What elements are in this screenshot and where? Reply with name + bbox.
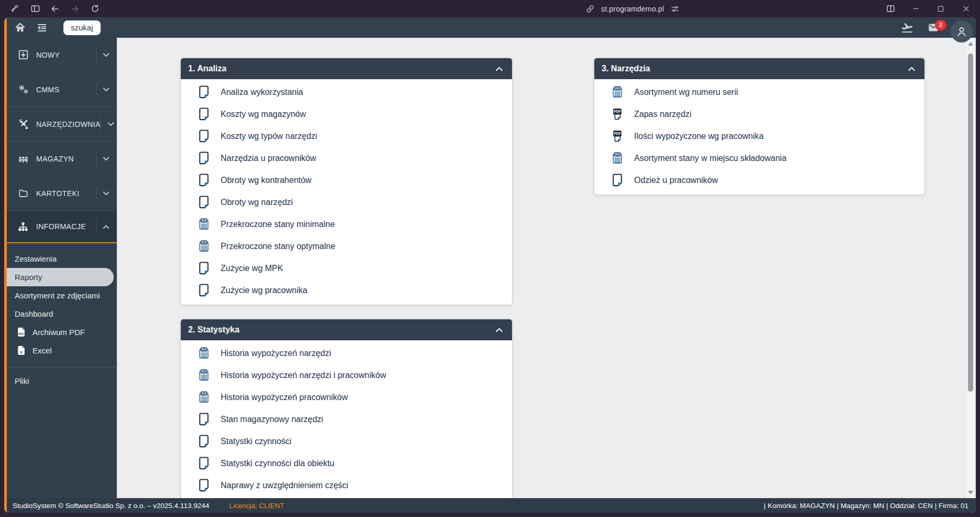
report-item[interactable]: XLSHistoria wypożyczeń narzędzi i pracow… <box>181 364 512 386</box>
report-item[interactable]: Koszty wg magazynów <box>181 103 512 125</box>
report-item-label: Zużycie wg pracownika <box>221 286 307 295</box>
report-item[interactable]: Stan magazynowy narzędzi <box>181 408 512 430</box>
report-item[interactable]: XLSPrzekroczone stany optymalne <box>181 235 512 257</box>
chevron-up-icon[interactable] <box>907 64 916 73</box>
report-item[interactable]: XLSHistoria wypożyczeń pracowników <box>181 386 512 408</box>
sidebar-item-nowy[interactable]: NOWY <box>7 38 117 72</box>
panel-title: 1. Analiza <box>188 64 495 73</box>
sidebar-item-cmms[interactable]: CMMS <box>7 72 117 107</box>
report-item[interactable]: Narzędzia u pracowników <box>181 147 512 169</box>
chevron-down-icon[interactable] <box>96 82 112 97</box>
back-icon[interactable] <box>47 2 63 16</box>
report-item[interactable]: XLSAsortyment stany w miejscu składowani… <box>594 147 924 169</box>
reload-icon[interactable] <box>87 2 103 16</box>
chevron-down-icon[interactable] <box>101 116 116 132</box>
scroll-up-arrow[interactable] <box>967 40 974 47</box>
report-item[interactable]: Statystki czynności dla obiektu <box>181 453 512 475</box>
url-bar[interactable]: st.programdemo.pl <box>585 4 680 14</box>
chevron-up-icon[interactable] <box>495 64 504 73</box>
doc-icon <box>195 262 212 275</box>
report-item[interactable]: Odzież u pracowników <box>594 169 924 191</box>
doc-icon <box>195 196 212 209</box>
sidebar-item-narz-dziownia[interactable]: NARZĘDZIOWNIA <box>7 107 117 142</box>
sliders-icon[interactable] <box>670 4 680 14</box>
report-item[interactable]: Analiza wykorzystania <box>181 81 512 103</box>
panel-narzedzia-header[interactable]: 3. Narzędzia <box>594 58 924 79</box>
report-item[interactable]: Obroty wg narzędzi <box>181 191 512 213</box>
panel-statystyka-header[interactable]: 2. Statystyka <box>181 319 512 340</box>
browser-logo-icon[interactable] <box>7 2 23 16</box>
submenu-item-archiwum-pdf[interactable]: PDFArchiwum PDF <box>7 323 117 341</box>
link-icon <box>585 4 595 14</box>
submenu-item-asortyment-ze-zdjęciami[interactable]: Asortyment ze zdjęciami <box>7 286 117 305</box>
panel-title: 2. Statystyka <box>188 325 495 335</box>
app-window: szukaj 8 NOWYCMMSNARZĘDZIOWNIAMAGAZYNKAR… <box>4 17 976 513</box>
close-icon[interactable] <box>959 3 973 15</box>
chevron-down-icon[interactable] <box>96 151 112 166</box>
chevron-up-icon[interactable] <box>96 219 112 234</box>
report-item-label: Koszty wg magazynów <box>221 110 306 119</box>
doc-icon <box>195 85 212 99</box>
submenu-item-label: Raporty <box>15 273 42 282</box>
submenu-item-label: Zestawienia <box>15 254 57 263</box>
panel-title: 3. Narzędzia <box>602 64 907 73</box>
sidebar-item-kartoteki[interactable]: KARTOTEKI <box>7 176 117 211</box>
report-item[interactable]: Zużycie wg pracownika <box>181 279 512 301</box>
flight-icon[interactable] <box>898 19 916 36</box>
submenu-item-label: Asortyment ze zdjęciami <box>15 291 100 300</box>
sitemap-icon <box>14 221 32 232</box>
menu-collapse-button[interactable] <box>33 19 51 36</box>
mail-button[interactable]: 8 <box>925 21 941 35</box>
report-item[interactable]: Naprawy z uwzględnieniem części <box>181 475 512 497</box>
split-view-icon[interactable] <box>884 3 897 15</box>
app-toolbar: szukaj 8 <box>4 17 976 38</box>
submenu-item-dashboard[interactable]: Dashboard <box>7 305 117 323</box>
report-item[interactable]: XLSAsortyment wg numeru serii <box>594 81 924 103</box>
submenu-item-label: Dashboard <box>15 309 53 318</box>
report-item[interactable]: PDFIlości wypożyczone wg pracownika <box>594 125 924 147</box>
report-item-label: Stan magazynowy narzędzi <box>221 415 323 424</box>
maximize-icon[interactable] <box>934 3 948 15</box>
sidebar-item-magazyn[interactable]: MAGAZYN <box>7 142 117 176</box>
sidebar-item-label: INFORMACJE <box>36 222 96 231</box>
panel-analiza-header[interactable]: 1. Analiza <box>181 58 512 79</box>
report-item[interactable]: XLSPrzekroczone stany minimalne <box>181 213 512 235</box>
sidebar-toggle-icon[interactable] <box>27 2 43 16</box>
submenu-item-zestawienia[interactable]: Zestawienia <box>7 250 117 268</box>
sidebar-item-informacje[interactable]: INFORMACJE <box>7 211 117 243</box>
report-item-label: Historia wypożyczeń pracowników <box>221 393 348 402</box>
report-item[interactable]: Statystki czynności <box>181 430 512 453</box>
report-item[interactable]: Koszty wg typów narzędzi <box>181 125 512 147</box>
gears-icon <box>14 84 32 95</box>
report-item[interactable]: Zużycie wg MPK <box>181 257 512 279</box>
accent-stripe <box>4 17 7 513</box>
pdf-icon: PDF <box>609 130 626 143</box>
url-text[interactable]: st.programdemo.pl <box>601 5 664 13</box>
forward-icon[interactable] <box>67 2 83 16</box>
report-item[interactable]: XLSHistoria wypożyczeń narzędzi <box>181 342 512 364</box>
report-item-label: Historia wypożyczeń narzędzi i pracownik… <box>221 371 386 380</box>
submenu-item-excel[interactable]: xExcel <box>7 341 117 360</box>
minimize-icon[interactable] <box>909 3 922 15</box>
user-avatar[interactable] <box>951 20 973 42</box>
sidebar: NOWYCMMSNARZĘDZIOWNIAMAGAZYNKARTOTEKIINF… <box>7 38 117 498</box>
svg-text:XLS: XLS <box>615 153 620 156</box>
scrollbar-thumb[interactable] <box>968 53 973 392</box>
report-item-label: Naprawy z uwzględnieniem części <box>221 481 349 490</box>
chevron-up-icon[interactable] <box>495 326 504 335</box>
xls-icon: XLS <box>195 369 212 382</box>
scroll-down-arrow[interactable] <box>967 489 974 496</box>
pdf-icon: PDF <box>609 107 626 121</box>
submenu-item-raporty[interactable]: Raporty <box>7 268 114 286</box>
panel-narzedzia: 3. Narzędzia XLSAsortyment wg numeru ser… <box>594 58 925 195</box>
sidebar-item-label: CMMS <box>36 85 96 94</box>
search-button[interactable]: szukaj <box>63 20 101 35</box>
chevron-down-icon[interactable] <box>96 47 112 62</box>
report-item[interactable]: Obroty wg kontrahentów <box>181 169 512 191</box>
chevron-down-icon[interactable] <box>96 186 112 201</box>
sidebar-item-pliki[interactable]: Pliki <box>7 372 117 390</box>
home-button[interactable] <box>11 19 29 36</box>
report-item[interactable]: PDFZapas narzędzi <box>594 103 924 125</box>
report-item-label: Narzędzia u pracowników <box>221 154 316 163</box>
doc-icon <box>195 107 212 121</box>
